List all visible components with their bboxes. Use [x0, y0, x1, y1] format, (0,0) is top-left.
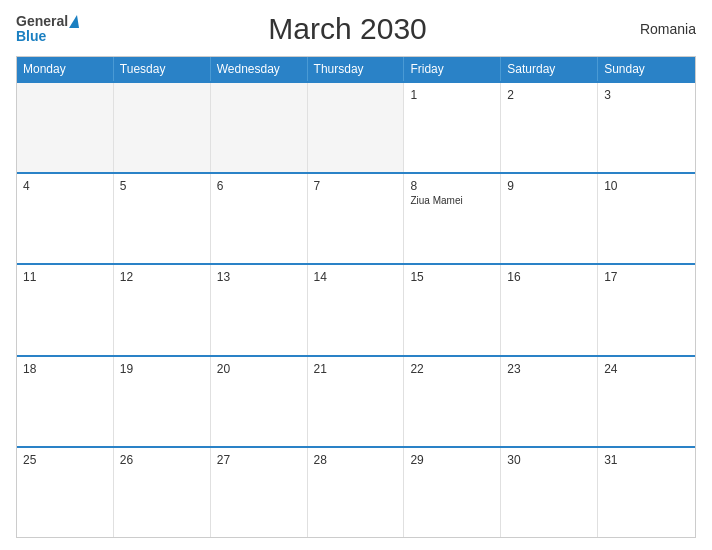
day-cell: [211, 83, 308, 172]
logo-general-text: General: [16, 14, 68, 28]
header-wednesday: Wednesday: [211, 57, 308, 81]
day-cell: 1: [404, 83, 501, 172]
day-cell: 20: [211, 357, 308, 446]
day-cell: [114, 83, 211, 172]
day-cell: 15: [404, 265, 501, 354]
day-cell: 12: [114, 265, 211, 354]
day-cell: 4: [17, 174, 114, 263]
day-cell: 11: [17, 265, 114, 354]
day-cell-8: 8 Ziua Mamei: [404, 174, 501, 263]
day-cell: 22: [404, 357, 501, 446]
day-cell: 31: [598, 448, 695, 537]
header-sunday: Sunday: [598, 57, 695, 81]
calendar-title: March 2030: [79, 12, 616, 46]
week-row-2: 4 5 6 7 8 Ziua Mamei 9 10: [17, 172, 695, 263]
country-label: Romania: [616, 21, 696, 37]
header-thursday: Thursday: [308, 57, 405, 81]
day-cell: 16: [501, 265, 598, 354]
week-row-3: 11 12 13 14 15 16 17: [17, 263, 695, 354]
event-ziua-mamei: Ziua Mamei: [410, 195, 494, 206]
day-cell: 5: [114, 174, 211, 263]
day-cell: 24: [598, 357, 695, 446]
day-cell: 10: [598, 174, 695, 263]
logo: General Blue: [16, 14, 79, 44]
day-cell: 7: [308, 174, 405, 263]
header-friday: Friday: [404, 57, 501, 81]
day-headers: Monday Tuesday Wednesday Thursday Friday…: [17, 57, 695, 81]
page: General Blue March 2030 Romania Monday T…: [0, 0, 712, 550]
week-row-1: 1 2 3: [17, 81, 695, 172]
week-row-4: 18 19 20 21 22 23 24: [17, 355, 695, 446]
header-monday: Monday: [17, 57, 114, 81]
day-cell: 19: [114, 357, 211, 446]
day-cell: 28: [308, 448, 405, 537]
logo-blue-text: Blue: [16, 28, 46, 44]
day-cell: 27: [211, 448, 308, 537]
day-cell: 30: [501, 448, 598, 537]
day-cell: 26: [114, 448, 211, 537]
day-cell: 6: [211, 174, 308, 263]
weeks-container: 1 2 3 4 5 6 7 8 Ziua Mamei 9 10 11 12: [17, 81, 695, 537]
day-cell: [17, 83, 114, 172]
day-cell: 18: [17, 357, 114, 446]
day-cell: 25: [17, 448, 114, 537]
day-cell: 17: [598, 265, 695, 354]
header-tuesday: Tuesday: [114, 57, 211, 81]
day-cell: 2: [501, 83, 598, 172]
day-cell: 13: [211, 265, 308, 354]
calendar: Monday Tuesday Wednesday Thursday Friday…: [16, 56, 696, 538]
header-saturday: Saturday: [501, 57, 598, 81]
day-cell: 3: [598, 83, 695, 172]
day-cell: 21: [308, 357, 405, 446]
day-cell: 29: [404, 448, 501, 537]
day-cell: 9: [501, 174, 598, 263]
day-cell: 14: [308, 265, 405, 354]
logo-triangle-icon: [69, 15, 79, 28]
header: General Blue March 2030 Romania: [16, 12, 696, 46]
day-cell: 23: [501, 357, 598, 446]
day-cell: [308, 83, 405, 172]
week-row-5: 25 26 27 28 29 30 31: [17, 446, 695, 537]
